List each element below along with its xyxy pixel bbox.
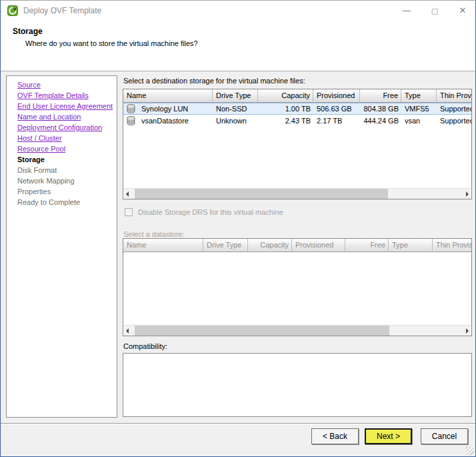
- close-button[interactable]: ✕: [453, 1, 473, 21]
- destination-storage-label: Select a destination storage for the vir…: [123, 77, 305, 85]
- sidebar-item-end-user-license-agreement[interactable]: End User License Agreement: [17, 101, 117, 111]
- step-subtitle: Where do you want to store the virtual m…: [25, 39, 198, 47]
- select-datastore-label: Select a datastore:: [123, 230, 185, 238]
- destination-storage-table: Name Drive Type Capacity Provisioned Fre…: [123, 89, 472, 199]
- cancel-button[interactable]: Cancel: [421, 428, 468, 444]
- cell-type: VMFS5: [401, 105, 437, 113]
- datastore-name: vsanDatastore: [141, 117, 189, 125]
- scroll-left-arrow-icon[interactable]: [124, 189, 135, 199]
- table-row-vsandatastore[interactable]: vsanDatastore Unknown 2.43 TB 2.17 TB 44…: [123, 115, 471, 127]
- minimize-button[interactable]: —: [397, 1, 417, 21]
- window-title: Deploy OVF Template: [23, 6, 101, 15]
- datastore-name: Synology LUN: [141, 105, 188, 113]
- cell-capacity: 1.00 TB: [258, 105, 313, 113]
- cell-free: 444.24 GB: [360, 117, 401, 125]
- column-header-free: Free: [345, 239, 389, 252]
- column-header-capacity: Capacity: [248, 239, 292, 252]
- column-header-drive-type[interactable]: Drive Type: [213, 89, 258, 103]
- vsphere-client-icon: [7, 5, 18, 16]
- column-header-name[interactable]: Name: [123, 89, 213, 103]
- column-header-free[interactable]: Free: [360, 89, 401, 103]
- disable-storage-drs-checkbox: [125, 208, 133, 216]
- column-header-thin-provisioning: Thin Provisioning: [433, 239, 471, 252]
- disable-storage-drs-label: Disable Storage DRS for this virtual mac…: [138, 208, 283, 216]
- back-button[interactable]: < Back: [311, 428, 359, 444]
- scrollbar-thumb[interactable]: [135, 189, 388, 199]
- sidebar-item-host-cluster[interactable]: Host / Cluster: [17, 133, 117, 143]
- compatibility-label: Compatibility:: [123, 342, 167, 350]
- titlebar: Deploy OVF Template — ▢ ✕: [1, 1, 475, 21]
- sidebar-item-disk-format: Disk Format: [17, 165, 117, 175]
- sidebar-item-name-and-location[interactable]: Name and Location: [17, 111, 117, 122]
- column-header-thin-provisioning[interactable]: Thin Provisioning: [437, 89, 471, 103]
- sidebar-item-ready-to-complete: Ready to Complete: [17, 197, 117, 207]
- storage-table-header: Name Drive Type Capacity Provisioned Fre…: [123, 89, 471, 103]
- step-title: Storage: [13, 27, 43, 36]
- maximize-button[interactable]: ▢: [425, 1, 445, 21]
- wizard-step-header: Storage Where do you want to store the v…: [1, 21, 475, 71]
- sidebar-item-resource-pool[interactable]: Resource Pool: [17, 143, 117, 154]
- datastore-table-disabled: Name Drive Type Capacity Provisioned Fre…: [123, 238, 472, 336]
- compatibility-box: [123, 353, 472, 417]
- cell-provisioned: 2.17 TB: [313, 117, 360, 125]
- scroll-right-arrow-icon[interactable]: [460, 189, 471, 199]
- scroll-left-arrow-icon: [124, 326, 135, 336]
- sidebar-item-deployment-configuration[interactable]: Deployment Configuration: [17, 122, 117, 133]
- wizard-steps-sidebar: Source OVF Template Details End User Lic…: [6, 75, 117, 418]
- sidebar-item-ovf-template-details[interactable]: OVF Template Details: [17, 90, 117, 101]
- datastore-icon: [127, 104, 135, 113]
- cell-drive-type: Unknown: [213, 117, 258, 125]
- cell-type: vsan: [401, 117, 437, 125]
- resize-grip[interactable]: [465, 446, 474, 455]
- cell-capacity: 2.43 TB: [258, 117, 313, 125]
- sidebar-item-properties: Properties: [17, 186, 117, 197]
- disable-storage-drs-row: Disable Storage DRS for this virtual mac…: [125, 208, 283, 216]
- sidebar-item-storage-current: Storage: [17, 154, 117, 165]
- sidebar-item-network-mapping: Network Mapping: [17, 175, 117, 186]
- cell-drive-type: Non-SSD: [213, 105, 258, 113]
- scroll-right-arrow-icon: [460, 326, 471, 336]
- cell-free: 804.38 GB: [360, 105, 401, 113]
- datastore-icon: [127, 116, 135, 125]
- column-header-provisioned[interactable]: Provisioned: [313, 89, 360, 103]
- column-header-type[interactable]: Type: [401, 89, 437, 103]
- column-header-name: Name: [123, 239, 203, 252]
- cell-thin-provisioning: Supported: [437, 105, 471, 113]
- column-header-provisioned: Provisioned: [292, 239, 345, 252]
- next-button[interactable]: Next >: [365, 428, 412, 444]
- scrollbar-thumb: [135, 326, 389, 336]
- table-row-synology-lun[interactable]: Synology LUN Non-SSD 1.00 TB 506.63 GB 8…: [123, 103, 471, 115]
- datastore-table-header: Name Drive Type Capacity Provisioned Fre…: [123, 239, 471, 252]
- deploy-ovf-template-dialog: Deploy OVF Template — ▢ ✕ Storage Where …: [0, 0, 476, 457]
- column-header-drive-type: Drive Type: [203, 239, 248, 252]
- footer-separator: [1, 423, 475, 424]
- column-header-type: Type: [389, 239, 433, 252]
- datastore-table-hscrollbar: [124, 325, 471, 336]
- cell-provisioned: 506.63 GB: [313, 105, 360, 113]
- cell-thin-provisioning: Supported: [437, 117, 471, 125]
- column-header-capacity[interactable]: Capacity: [258, 89, 313, 103]
- storage-table-hscrollbar[interactable]: [124, 188, 471, 199]
- sidebar-item-source[interactable]: Source: [17, 79, 117, 90]
